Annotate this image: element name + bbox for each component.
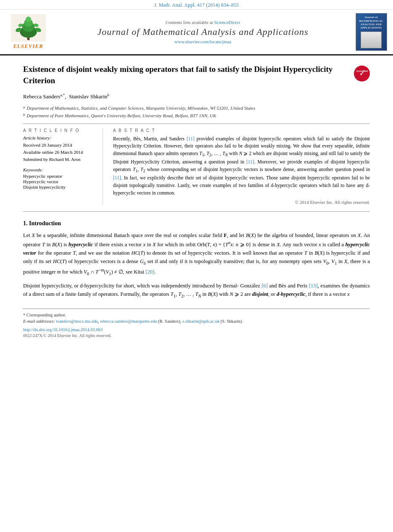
journal-title: Journal of Mathematical Analysis and App… — [97, 26, 308, 37]
journal-reference-bar: J. Math. Anal. Appl. 417 (2014) 834–855 — [0, 0, 393, 10]
section-1-heading: 1. Introduction — [23, 220, 370, 227]
intro-paragraph-2: Disjoint hypercyclicity, or d-hypercycli… — [23, 282, 370, 300]
section-1-number: 1. — [23, 220, 28, 226]
affiliation-2: b Department of Pure Mathematics, Queen'… — [23, 112, 370, 119]
author-1-name: Rebecca Sanders — [23, 94, 60, 100]
footnote-corresponding: * Corresponding author. — [23, 312, 370, 319]
copyright-footer: 0022-247X/© 2014 Elsevier Inc. All right… — [23, 333, 370, 338]
history-item-available: Available online 26 March 2014 — [23, 149, 96, 155]
intro-paragraph-1: Let X be a separable, infinite dimension… — [23, 231, 370, 278]
ref-11c: [11] — [113, 175, 121, 180]
section-1-title: Introduction — [29, 220, 61, 226]
footnote-divider — [23, 308, 370, 309]
email-label: E-mail addresses: — [23, 319, 55, 324]
keyword-2: Hypercyclic vector — [23, 179, 96, 184]
sciencedirect-link[interactable]: ScienceDirect — [214, 20, 240, 25]
affil-2-text: Department of Pure Mathematics, Queen's … — [27, 112, 216, 119]
abstract-copyright: © 2014 Elsevier Inc. All rights reserved… — [113, 200, 370, 205]
elsevier-tree-icon — [11, 14, 46, 42]
abstract-text: Recently, Bès, Martin, and Sanders [11] … — [113, 135, 370, 197]
jmaa-cover-thumbnail: Journal ofMATHEMATICALANALYSIS ANDAPPLIC… — [356, 13, 387, 51]
abstract-label: A B S T R A C T — [113, 128, 370, 133]
affil-1-text: Department of Mathematics, Statistics, a… — [27, 105, 256, 112]
affil-1-sup: a — [23, 105, 25, 112]
svg-text:CrossMark: CrossMark — [356, 70, 368, 72]
main-content: Existence of disjoint weakly mixing oper… — [0, 55, 393, 338]
article-info-column: A R T I C L E I N F O Article history: R… — [23, 128, 103, 205]
elsevier-logo-container: ELSEVIER — [5, 13, 51, 51]
ref-11b: [11] — [246, 159, 254, 164]
journal-reference-text: J. Math. Anal. Appl. 417 (2014) 834–855 — [154, 3, 239, 8]
authors-line: Rebecca Sandersa,*, Stanislav Shkarinb — [23, 93, 370, 100]
contents-line: Contents lists available at ScienceDirec… — [166, 20, 240, 25]
paper-title-section: Existence of disjoint weakly mixing oper… — [23, 55, 370, 90]
email-link-1[interactable]: rsanders@mscs.mu.edu — [56, 319, 98, 324]
history-item-received: Received 20 January 2014 — [23, 142, 96, 148]
crossmark-icon: ✓ CrossMark — [354, 66, 370, 82]
footnote-email: E-mail addresses: rsanders@mscs.mu.edu, … — [23, 318, 370, 325]
doi-line[interactable]: http://dx.doi.org/10.1016/j.jmaa.2014.03… — [23, 327, 370, 332]
article-info-abstract-section: A R T I C L E I N F O Article history: R… — [23, 128, 370, 205]
ref-20: [20] — [145, 269, 154, 275]
history-item-submitted: Submitted by Richard M. Aron — [23, 156, 96, 163]
affiliations-block: a Department of Mathematics, Statistics,… — [23, 105, 370, 119]
abstract-body-divider — [23, 211, 370, 212]
elsevier-wordmark: ELSEVIER — [13, 43, 43, 50]
journal-header: ELSEVIER Contents lists available at Sci… — [0, 10, 393, 55]
svg-point-5 — [26, 17, 31, 22]
journal-header-center: Contents lists available at ScienceDirec… — [56, 13, 349, 51]
affil-2-sup: b — [23, 112, 25, 119]
article-history-title: Article history: — [23, 135, 96, 140]
crossmark-svg: ✓ CrossMark — [356, 68, 368, 79]
header-divider — [23, 124, 370, 124]
article-info-label: A R T I C L E I N F O — [23, 128, 96, 133]
journal-cover-image: Journal ofMATHEMATICALANALYSIS ANDAPPLIC… — [354, 13, 388, 51]
abstract-column: A B S T R A C T Recently, Bès, Martin, a… — [113, 128, 370, 205]
crossmark-badge[interactable]: ✓ CrossMark — [354, 66, 370, 82]
ref-6: [6] — [261, 283, 268, 289]
ref-11a: [11] — [187, 136, 195, 141]
author-2-name: Stanislav Shkarin — [69, 94, 107, 100]
keyword-3: Disjoint hypercyclicity — [23, 184, 96, 190]
corresponding-label: * Corresponding author. — [23, 313, 66, 317]
author-2-sup: b — [107, 93, 109, 97]
ref-13: [13] — [309, 283, 318, 289]
doi-link[interactable]: http://dx.doi.org/10.1016/j.jmaa.2014.03… — [23, 327, 103, 332]
paper-title-container: Existence of disjoint weakly mixing oper… — [23, 64, 350, 86]
paper-title: Existence of disjoint weakly mixing oper… — [23, 64, 350, 86]
email-link-2[interactable]: rebecca.sanders@marquette.edu — [100, 319, 157, 324]
affiliation-1: a Department of Mathematics, Statistics,… — [23, 105, 370, 112]
author-1-sup: a,* — [60, 93, 65, 97]
email-link-3[interactable]: s.shkarin@qub.ac.uk — [182, 319, 219, 324]
journal-url[interactable]: www.elsevier.com/locate/jmaa — [174, 39, 231, 44]
keyword-1: Hypercyclic operator — [23, 174, 96, 179]
keywords-title: Keywords: — [23, 167, 96, 172]
